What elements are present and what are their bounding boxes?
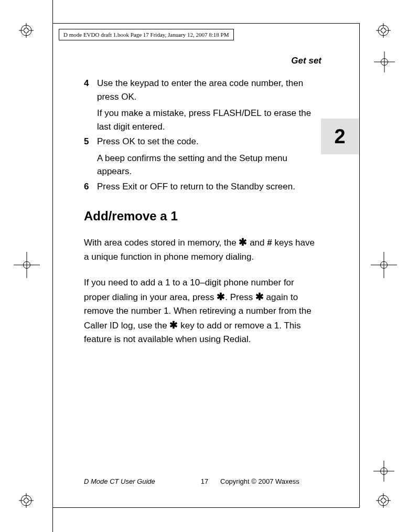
step-5: 5 Press OK to set the code. A beep confi… (84, 135, 335, 178)
star-key-icon: ✱ (169, 320, 178, 331)
crosshair-icon (14, 252, 40, 278)
star-key-icon: ✱ (255, 291, 264, 302)
off-key: OFF (150, 182, 168, 191)
crosshair-icon (374, 51, 395, 72)
section-heading: Add/remove a 1 (84, 209, 335, 224)
crosshair-icon (371, 252, 397, 278)
step-6: 6 Press Exit or OFF to return to the Sta… (84, 180, 335, 194)
page-footer: D Mode CT User Guide 17 Copyright © 2007… (84, 477, 335, 485)
reg-mark-icon (19, 23, 34, 38)
star-key-icon: ✱ (239, 237, 247, 248)
page-number: 17 (189, 477, 220, 485)
running-header: Get set (84, 56, 321, 66)
step-body: Press OK to set the code. A beep confirm… (97, 135, 335, 178)
step-body: Press Exit or OFF to return to the Stand… (97, 180, 335, 194)
step-number: 5 (84, 135, 97, 178)
body-paragraph: With area codes stored in memory, the ✱ … (84, 235, 335, 263)
exit-key: Exit (122, 182, 137, 191)
reg-mark-icon (19, 493, 34, 508)
footer-title: D Mode CT User Guide (84, 477, 189, 485)
chapter-number: 2 (334, 125, 345, 148)
header-info-box: D mode EVDO draft 1.book Page 17 Friday,… (59, 29, 234, 40)
header-info-text: D mode EVDO draft 1.book Page 17 Friday,… (63, 31, 229, 38)
star-key-icon: ✱ (217, 291, 225, 302)
crosshair-icon (373, 461, 394, 482)
body-paragraph: If you need to add a 1 to a 10–digit pho… (84, 276, 335, 346)
reg-mark-icon (376, 493, 391, 508)
footer-copyright: Copyright © 2007 Waxess (220, 477, 335, 485)
step-number: 6 (84, 180, 97, 194)
step-4: 4 Use the keypad to enter the area code … (84, 77, 335, 133)
hash-key-icon: # (267, 238, 272, 248)
ok-key: OK (121, 92, 134, 102)
ok-key: OK (122, 136, 135, 146)
page-content: Get set 4 Use the keypad to enter the ar… (84, 56, 335, 359)
step-number: 4 (84, 77, 97, 133)
reg-mark-icon (376, 23, 391, 38)
step-body: Use the keypad to enter the area code nu… (97, 77, 335, 133)
flash-del-key: FLASH/DEL (213, 108, 262, 118)
